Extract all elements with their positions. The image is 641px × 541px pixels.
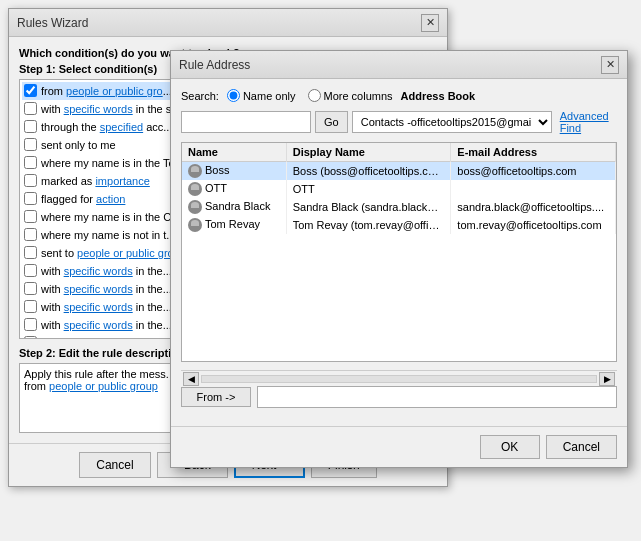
condition-checkbox-11[interactable] — [24, 264, 37, 277]
address-book-label: Address Book — [401, 90, 476, 102]
condition-checkbox-13[interactable] — [24, 300, 37, 313]
radio-group: Name only More columns — [227, 89, 393, 102]
scroll-right-arrow[interactable]: ▶ — [599, 372, 615, 386]
condition-checkbox-3[interactable] — [24, 120, 37, 133]
radio-more-columns-text: More columns — [324, 90, 393, 102]
condition-checkbox-15[interactable] — [24, 336, 37, 339]
hscroll-bar: ◀ ▶ — [181, 370, 617, 386]
rule-address-body: Search: Name only More columns Address B… — [171, 79, 627, 426]
contact-display-tom: Tom Revay (tom.revay@officet... — [286, 216, 451, 234]
cancel-button[interactable]: Cancel — [79, 452, 150, 478]
from-row: From -> — [181, 386, 617, 408]
contact-row-sandra[interactable]: Sandra Black Sandra Black (sandra.black@… — [182, 198, 616, 216]
col-name: Name — [182, 143, 286, 162]
contact-email-sandra: sandra.black@officetooltips.... — [451, 198, 616, 216]
ok-button[interactable]: OK — [480, 435, 540, 459]
rule-desc-link[interactable]: people or public group — [49, 380, 158, 392]
condition-link-14[interactable]: specific words — [64, 319, 133, 331]
condition-link-15[interactable]: specific words — [64, 337, 133, 339]
condition-checkbox-9[interactable] — [24, 228, 37, 241]
radio-more-columns[interactable] — [308, 89, 321, 102]
col-display: Display Name — [286, 143, 451, 162]
scroll-left-arrow[interactable]: ◀ — [183, 372, 199, 386]
condition-link-6[interactable]: importance — [95, 175, 149, 187]
contact-row-boss[interactable]: Boss Boss (boss@officetooltips.com) boss… — [182, 162, 616, 181]
contact-table-header: Name Display Name E-mail Address — [182, 143, 616, 162]
condition-checkbox-5[interactable] — [24, 156, 37, 169]
condition-link-3[interactable]: specified — [100, 121, 143, 133]
condition-link-12[interactable]: specific words — [64, 283, 133, 295]
contact-table-body: Boss Boss (boss@officetooltips.com) boss… — [182, 162, 616, 235]
contact-email-tom: tom.revay@officetooltips.com — [451, 216, 616, 234]
from-input[interactable] — [257, 386, 617, 408]
radio-name-only-label[interactable]: Name only — [227, 89, 296, 102]
condition-link-7[interactable]: action — [96, 193, 125, 205]
contact-display-ott: OTT — [286, 180, 451, 198]
condition-link-10[interactable]: people or public gro... — [77, 247, 183, 259]
condition-link-2[interactable]: specific words — [64, 103, 133, 115]
advanced-find-link[interactable]: Advanced Find — [560, 110, 617, 134]
rule-address-title: Rule Address — [179, 58, 250, 72]
rules-wizard-close-button[interactable]: ✕ — [421, 14, 439, 32]
dialog-footer: OK Cancel — [171, 426, 627, 467]
condition-checkbox-7[interactable] — [24, 192, 37, 205]
condition-checkbox-12[interactable] — [24, 282, 37, 295]
rules-wizard-titlebar: Rules Wizard ✕ — [9, 9, 447, 37]
condition-checkbox-2[interactable] — [24, 102, 37, 115]
address-book-select[interactable]: Contacts -officetooltips2015@gmail.com — [352, 111, 552, 133]
rule-address-dialog: Rule Address ✕ Search: Name only More co… — [170, 50, 628, 468]
contact-row-ott[interactable]: OTT OTT — [182, 180, 616, 198]
contact-icon-boss — [188, 164, 202, 178]
contact-name-sandra: Sandra Black — [182, 198, 286, 216]
contact-name-tom: Tom Revay — [182, 216, 286, 234]
condition-checkbox-8[interactable] — [24, 210, 37, 223]
contact-icon-tom — [188, 218, 202, 232]
search-row: Search: Name only More columns Address B… — [181, 89, 617, 102]
condition-checkbox-14[interactable] — [24, 318, 37, 331]
condition-checkbox-4[interactable] — [24, 138, 37, 151]
contact-name-ott: OTT — [182, 180, 286, 198]
radio-more-columns-label[interactable]: More columns — [308, 89, 393, 102]
radio-name-only[interactable] — [227, 89, 240, 102]
go-button[interactable]: Go — [315, 111, 348, 133]
col-email: E-mail Address — [451, 143, 616, 162]
contact-display-boss: Boss (boss@officetooltips.com) — [286, 162, 451, 181]
contact-name-boss: Boss — [182, 162, 286, 181]
rules-wizard-title: Rules Wizard — [17, 16, 88, 30]
contact-row-tom[interactable]: Tom Revay Tom Revay (tom.revay@officet..… — [182, 216, 616, 234]
rule-address-close-button[interactable]: ✕ — [601, 56, 619, 74]
search-label: Search: — [181, 90, 219, 102]
condition-link-11[interactable]: specific words — [64, 265, 133, 277]
contact-email-ott — [451, 180, 616, 198]
contact-icon-ott — [188, 182, 202, 196]
contact-email-boss: boss@officetooltips.com — [451, 162, 616, 181]
search-input-row: Go Contacts -officetooltips2015@gmail.co… — [181, 110, 617, 134]
contact-table: Name Display Name E-mail Address Boss Bo… — [182, 143, 616, 234]
condition-checkbox-1[interactable] — [24, 84, 37, 97]
condition-link-1[interactable]: people or public gro — [66, 85, 163, 97]
radio-name-only-text: Name only — [243, 90, 296, 102]
rule-address-titlebar: Rule Address ✕ — [171, 51, 627, 79]
dialog-cancel-button[interactable]: Cancel — [546, 435, 617, 459]
search-input[interactable] — [181, 111, 311, 133]
contact-table-container[interactable]: Name Display Name E-mail Address Boss Bo… — [181, 142, 617, 362]
condition-checkbox-10[interactable] — [24, 246, 37, 259]
condition-link-13[interactable]: specific words — [64, 301, 133, 313]
contact-icon-sandra — [188, 200, 202, 214]
scroll-track[interactable] — [201, 375, 597, 383]
contact-display-sandra: Sandra Black (sandra.black@o... — [286, 198, 451, 216]
condition-checkbox-6[interactable] — [24, 174, 37, 187]
from-button[interactable]: From -> — [181, 387, 251, 407]
